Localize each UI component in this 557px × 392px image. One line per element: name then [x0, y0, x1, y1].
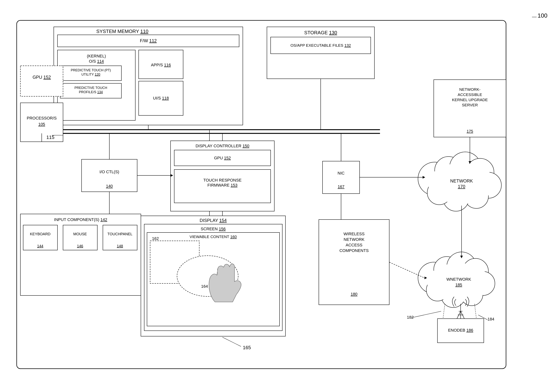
server-label4: SERVER — [462, 103, 478, 107]
gpu-left-label: GPU 152 — [33, 75, 51, 80]
screen-label: SCREEN 156 — [201, 227, 226, 231]
display-ctrl-label: DISPLAY CONTROLLER 150 — [196, 144, 249, 148]
nic-id: 167 — [338, 184, 344, 189]
wireless-id: 180 — [351, 292, 358, 296]
pt-utility-label2: UTILITY 120 — [81, 73, 100, 76]
wnetwork-label: WNETWORK — [446, 277, 471, 282]
label-182: 182 — [407, 315, 414, 320]
server-label1: NETWORK- — [459, 87, 480, 92]
viewable-content-label: VIEWABLE CONTENT 160 — [190, 234, 237, 239]
pt-utility-label: PREDICTIVE TOUCH (PT) — [71, 68, 111, 72]
apps-label: APP/S 116 — [151, 63, 171, 67]
label-164: 164 — [201, 284, 208, 289]
network-label: NETWORK — [450, 178, 473, 184]
processor-label: PROCESSOR/S — [27, 116, 57, 120]
label-100: 100 — [538, 12, 547, 19]
touch-fw-label2: FIRMWARE 153 — [207, 183, 238, 187]
label-165: 165 — [243, 345, 251, 350]
pt-profile-label: PREDICTIVE TOUCH — [74, 86, 107, 90]
display-label: DISPLAY 154 — [200, 218, 227, 223]
wireless-label1: WIRELESS — [344, 232, 365, 236]
pt-profile-label2: PROFILE/S 134 — [79, 90, 103, 94]
os-app-exec-label: OS/APP EXECUTABLE FILES 132 — [290, 43, 351, 48]
server-id: 175 — [467, 129, 473, 133]
os-label2: O/S 114 — [89, 59, 104, 64]
mouse-id: 146 — [77, 244, 83, 248]
os-label: (KERNEL) — [87, 54, 106, 58]
io-ctl-id: 140 — [106, 184, 113, 188]
touchpanel-label: TOUCHPANEL — [107, 232, 132, 236]
touch-fw-label: TOUCH RESPONSE — [203, 178, 242, 183]
server-label3: KERNEL UPGRADE — [452, 98, 488, 102]
keyboard-label: KEYBOARD — [30, 232, 50, 236]
storage-label: STORAGE 130 — [304, 30, 337, 35]
input-comp-label: INPUT COMPONENT(S) 142 — [54, 217, 107, 222]
nic-label: NIC — [337, 171, 344, 176]
wnetwork-id: 185 — [455, 282, 462, 287]
mouse-label: MOUSE — [73, 232, 87, 236]
label-162: 162 — [152, 236, 159, 241]
enodeb-label: ENODEB 186 — [448, 328, 473, 333]
uis-label: UI/S 118 — [153, 96, 169, 100]
label-184: 184 — [487, 317, 494, 321]
wireless-label3: ACCESS — [346, 243, 362, 247]
io-ctl-label: I/O CTL(S) — [99, 169, 119, 174]
keyboard-id: 144 — [37, 244, 43, 248]
fw-label: F/W 112 — [140, 38, 157, 43]
network-id: 170 — [458, 184, 465, 189]
wireless-label2: NETWORK — [344, 237, 365, 242]
touchpanel-id: 148 — [117, 244, 123, 248]
wireless-label4: COMPONENTS — [339, 248, 369, 253]
system-memory-label: SYSTEM MEMORY 110 — [96, 29, 148, 34]
processor-id: 105 — [38, 122, 45, 127]
box-gpu-left — [20, 66, 63, 96]
server-label2: ACCESSIBLE — [458, 92, 482, 97]
gpu-inner-label: GPU 152 — [214, 156, 231, 160]
svg-point-16 — [428, 163, 495, 204]
